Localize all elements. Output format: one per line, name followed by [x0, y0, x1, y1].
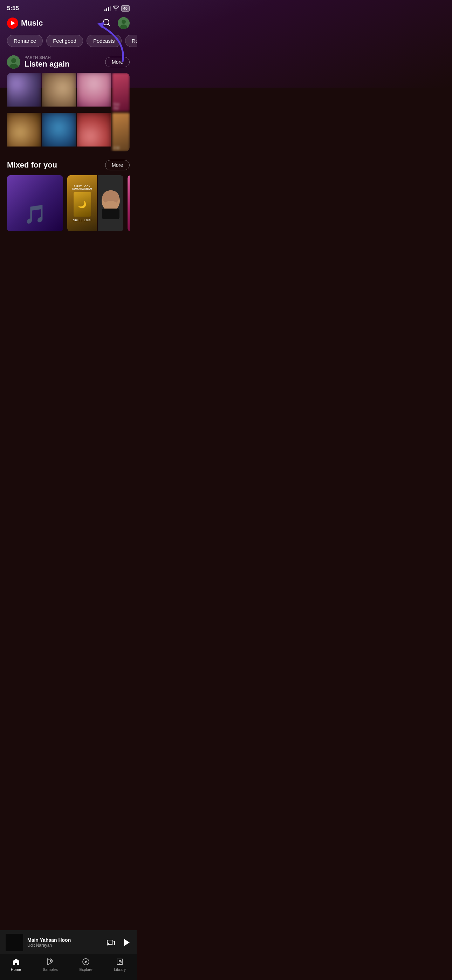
side-label-top: KasAar — [113, 102, 128, 110]
svg-point-6 — [11, 58, 16, 63]
album-cell-4[interactable] — [7, 113, 41, 146]
mixed-card-2[interactable]: FIRST LOOK SOMARAARAM 🌙 CHILL LOFI — [67, 175, 123, 231]
status-time: 5:55 — [7, 5, 19, 12]
mixed-for-you-more-button[interactable]: More — [105, 160, 130, 170]
logo-area: Music — [7, 18, 43, 29]
album-cell-5[interactable] — [42, 113, 76, 146]
signal-icon — [104, 6, 111, 11]
mixed-for-you-section: Mixed for you More 🎵 FIRST LOOK SOMARAAR… — [0, 160, 137, 231]
user-avatar[interactable] — [118, 17, 130, 29]
youtube-music-logo — [7, 18, 18, 29]
search-button[interactable] — [101, 17, 112, 29]
card-1-icon: 🎵 — [24, 204, 46, 225]
album-cell-2[interactable] — [42, 73, 76, 107]
listen-again-more-button[interactable]: More — [105, 57, 130, 67]
section-left: PARTH SHAH Listen again — [7, 56, 69, 69]
card-2-face — [99, 188, 123, 219]
album-cell-3[interactable] — [77, 73, 111, 107]
user-section-avatar — [7, 56, 20, 69]
card-2-label-chill: CHILL LOFI — [73, 219, 92, 222]
battery-level: 40 — [123, 6, 127, 11]
side-label-bottom: 0 M — [113, 146, 128, 150]
listen-again-subtitle: PARTH SHAH — [24, 56, 69, 60]
avatar-image — [118, 17, 130, 29]
status-icons: 40 — [104, 5, 130, 11]
album-cell-1[interactable] — [7, 73, 41, 107]
wifi-icon — [113, 6, 119, 11]
listen-again-header: PARTH SHAH Listen again More — [0, 52, 137, 73]
mixed-for-you-header: Mixed for you More — [7, 160, 130, 170]
svg-point-3 — [122, 20, 126, 24]
genre-chips: Romance Feel good Podcasts Relax — [0, 33, 137, 52]
listen-again-grid: KasAar 0 M — [0, 73, 137, 151]
card-2-label-top: FIRST LOOK SOMARAARAM — [69, 185, 95, 190]
mixed-card-1[interactable]: 🎵 — [7, 175, 63, 231]
battery-icon: 40 — [121, 5, 130, 11]
mixed-card-3[interactable] — [127, 175, 130, 231]
chip-relax[interactable]: Relax — [125, 35, 137, 47]
svg-rect-10 — [102, 208, 119, 219]
app-header: Music — [0, 14, 137, 33]
app-title: Music — [21, 19, 43, 28]
section-titles: PARTH SHAH Listen again — [24, 56, 69, 69]
album-cell-6[interactable] — [77, 113, 111, 146]
mixed-for-you-title: Mixed for you — [7, 161, 57, 170]
chip-podcasts[interactable]: Podcasts — [86, 35, 122, 47]
header-actions — [101, 17, 130, 29]
status-bar: 5:55 40 — [0, 0, 137, 14]
listen-again-title: Listen again — [24, 60, 69, 69]
mixed-cards: 🎵 FIRST LOOK SOMARAARAM 🌙 CHILL LOFI — [7, 175, 130, 231]
chip-romance[interactable]: Romance — [7, 35, 43, 47]
svg-point-11 — [104, 201, 117, 208]
chip-feelgood[interactable]: Feel good — [46, 35, 83, 47]
